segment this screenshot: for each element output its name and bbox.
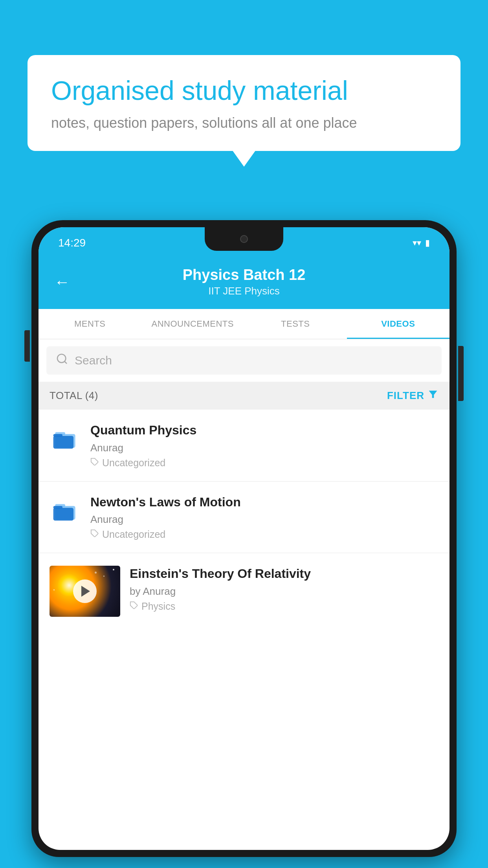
list-item[interactable]: Quantum Physics Anurag Uncategorized bbox=[39, 410, 449, 482]
play-button[interactable] bbox=[73, 579, 97, 603]
svg-rect-10 bbox=[53, 508, 73, 520]
app-header: ← Physics Batch 12 IIT JEE Physics bbox=[39, 259, 449, 309]
tab-tests[interactable]: TESTS bbox=[244, 309, 347, 339]
svg-line-1 bbox=[64, 361, 67, 364]
list-item[interactable]: Newton's Laws of Motion Anurag Uncategor… bbox=[39, 482, 449, 554]
filter-bar: TOTAL (4) FILTER bbox=[39, 382, 449, 410]
search-box[interactable]: Search bbox=[46, 346, 442, 375]
tab-videos[interactable]: VIDEOS bbox=[347, 309, 450, 339]
video-thumbnail bbox=[50, 566, 120, 617]
video-author: Anurag bbox=[90, 513, 438, 526]
thumbnail-image bbox=[50, 566, 120, 617]
search-icon bbox=[56, 353, 68, 368]
play-icon bbox=[81, 586, 90, 597]
total-count: TOTAL (4) bbox=[50, 390, 98, 402]
folder-icon bbox=[51, 426, 79, 453]
filter-label: FILTER bbox=[387, 390, 424, 402]
svg-point-0 bbox=[57, 354, 66, 362]
phone-outer: 14:29 ▾▾ ▮ ← Physics Batch 12 IIT JEE Ph… bbox=[31, 220, 457, 857]
filter-button[interactable]: FILTER bbox=[387, 389, 438, 403]
bubble-title: Organised study material bbox=[51, 75, 437, 107]
video-info: Quantum Physics Anurag Uncategorized bbox=[90, 422, 438, 469]
notch bbox=[205, 227, 283, 251]
phone-screen: 14:29 ▾▾ ▮ ← Physics Batch 12 IIT JEE Ph… bbox=[39, 227, 449, 850]
video-title: Einstein's Theory Of Relativity bbox=[130, 566, 438, 582]
status-icons: ▾▾ ▮ bbox=[413, 238, 430, 248]
video-tag: Uncategorized bbox=[90, 529, 438, 540]
svg-rect-5 bbox=[53, 436, 73, 449]
bubble-subtitle: notes, question papers, solutions all at… bbox=[51, 115, 437, 131]
speech-bubble-container: Organised study material notes, question… bbox=[28, 55, 460, 151]
tab-announcements[interactable]: ANNOUNCEMENTS bbox=[141, 309, 244, 339]
wifi-icon: ▾▾ bbox=[413, 238, 421, 248]
search-placeholder: Search bbox=[75, 354, 112, 367]
header-center: Physics Batch 12 IIT JEE Physics bbox=[78, 267, 410, 297]
tag-icon bbox=[90, 529, 99, 540]
tabs-bar: MENTS ANNOUNCEMENTS TESTS VIDEOS bbox=[39, 309, 449, 339]
tag-label: Physics bbox=[141, 601, 175, 612]
folder-icon-container bbox=[50, 424, 81, 455]
tag-icon bbox=[90, 457, 99, 469]
svg-rect-6 bbox=[53, 434, 62, 437]
video-tag: Uncategorized bbox=[90, 457, 438, 469]
battery-icon: ▮ bbox=[425, 238, 430, 248]
list-item[interactable]: Einstein's Theory Of Relativity by Anura… bbox=[39, 553, 449, 617]
video-title: Quantum Physics bbox=[90, 422, 438, 439]
camera-dot bbox=[240, 235, 248, 243]
folder-icon-container bbox=[50, 496, 81, 527]
video-title: Newton's Laws of Motion bbox=[90, 494, 438, 511]
svg-marker-2 bbox=[429, 391, 437, 398]
video-tag: Physics bbox=[130, 601, 438, 612]
video-author: Anurag bbox=[90, 442, 438, 454]
search-container: Search bbox=[39, 339, 449, 382]
video-info: Einstein's Theory Of Relativity by Anura… bbox=[130, 566, 438, 612]
header-title: Physics Batch 12 bbox=[78, 267, 410, 283]
filter-icon bbox=[427, 389, 438, 403]
back-button[interactable]: ← bbox=[54, 273, 70, 291]
video-list: Quantum Physics Anurag Uncategorized bbox=[39, 410, 449, 617]
tag-label: Uncategorized bbox=[102, 529, 165, 540]
phone-wrapper: 14:29 ▾▾ ▮ ← Physics Batch 12 IIT JEE Ph… bbox=[31, 220, 457, 868]
folder-icon bbox=[51, 498, 79, 525]
svg-rect-11 bbox=[53, 506, 62, 509]
speech-bubble: Organised study material notes, question… bbox=[28, 55, 460, 151]
tab-ments[interactable]: MENTS bbox=[39, 309, 141, 339]
video-info: Newton's Laws of Motion Anurag Uncategor… bbox=[90, 494, 438, 541]
status-time: 14:29 bbox=[58, 237, 86, 249]
tag-label: Uncategorized bbox=[102, 457, 165, 469]
status-bar: 14:29 ▾▾ ▮ bbox=[39, 227, 449, 259]
tag-icon bbox=[130, 601, 138, 612]
video-author: by Anurag bbox=[130, 585, 438, 598]
header-subtitle: IIT JEE Physics bbox=[78, 285, 410, 297]
